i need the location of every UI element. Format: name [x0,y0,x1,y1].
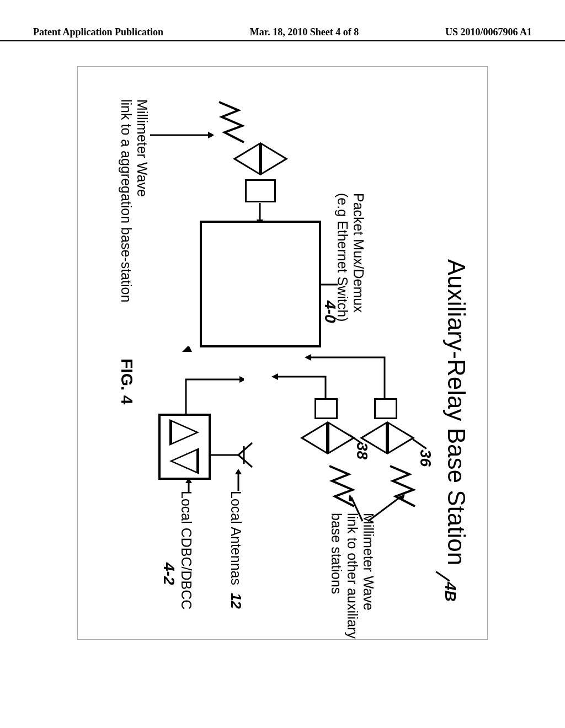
local-antennas-text: Local Antennas [228,491,244,585]
refnum-42: 4-2 [160,563,178,585]
svg-marker-8 [271,373,278,380]
arrow-agg-switch [257,203,263,223]
refnum-4b: 4B [441,582,459,602]
page-header: Patent Application Publication Mar. 18, … [0,26,565,41]
header-right: US 2010/0067906 A1 [445,26,532,38]
switch-leader [319,279,338,290]
svg-line-13 [238,455,252,467]
svg-line-3 [368,496,401,521]
ant-leader [232,469,245,493]
switch-label-l1: Packet Mux/Demux [350,193,366,322]
mmw-aux-l2: link to other auxiliary [345,513,361,639]
diagram-title: Auxiliary-Relay Base Station [443,259,470,565]
refnum-36: 36 [417,449,434,467]
svg-marker-16 [235,469,242,474]
cdbc-leader [182,479,195,495]
dish-antenna-38-icon [300,421,355,454]
mmwave-agg-icon [211,99,247,149]
elbows-36-38 [255,346,387,413]
mmw-agg-label: Millimeter Wave link to a aggregation ba… [119,99,151,302]
svg-marker-9 [239,376,244,383]
mmw-aux-leaders [349,491,409,524]
svg-marker-4 [397,494,405,501]
mmw-agg-leader [147,127,214,143]
svg-line-12 [238,443,252,455]
mmw-aux-label: Millimeter Wave link to other auxiliary … [329,513,376,639]
svg-marker-18 [185,479,192,483]
local-antennas-label: Local Antennas 12 [227,491,244,609]
refnum-12: 12 [228,593,244,609]
svg-marker-2 [257,220,263,223]
local-cdbc-label: Local CDBC/DBCC [178,491,194,609]
cbdc-to-switch [178,346,244,418]
mmw-aux-l1: Millimeter Wave [360,513,376,639]
diagram-root: Auxiliary-Relay Base Station 4B Packet M… [89,83,476,623]
radio-box-agg [245,179,276,202]
cdbc-dbcc-box [158,414,211,480]
svg-marker-7 [305,354,311,361]
header-center: Mar. 18, 2010 Sheet 4 of 8 [250,26,359,38]
figure-number: FIG. 4 [118,358,136,404]
switch-label: Packet Mux/Demux (e.g Ethernet Switch) [335,193,367,322]
refnum-40: 4-0 [321,301,339,323]
header-left: Patent Application Publication [33,26,163,38]
svg-marker-20 [208,132,214,138]
svg-marker-10 [182,346,192,352]
local-cdbc-text: Local CDBC/DBCC [179,491,194,609]
local-antenna-icon [209,438,255,472]
mmw-agg-l2: link to a aggregation base-station [119,99,135,302]
upconvert-icon [170,419,200,446]
title-tick-icon [435,571,450,582]
packet-switch-box [200,221,321,347]
svg-marker-6 [349,494,354,502]
mmw-aux-l3: base stations [329,513,345,639]
refnum-38: 38 [353,442,371,459]
downconvert-icon [170,448,200,474]
